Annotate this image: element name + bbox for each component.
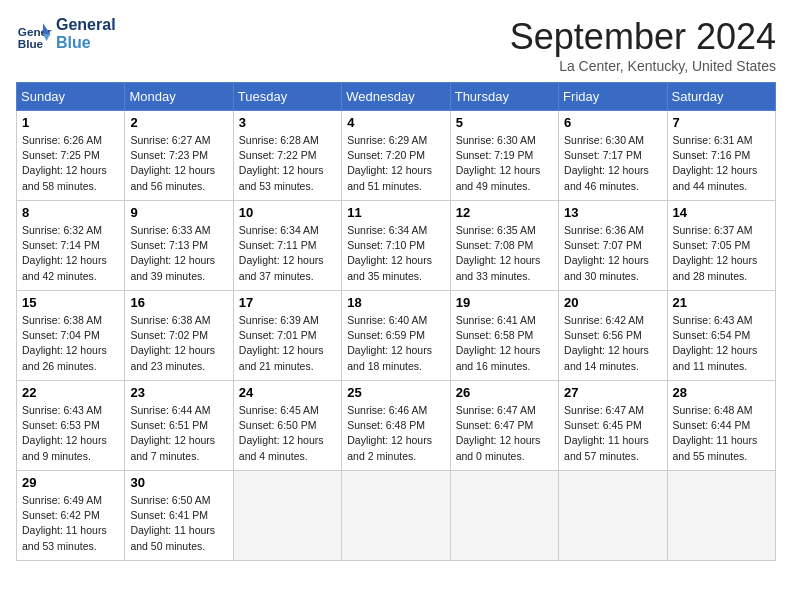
- day-info: Sunrise: 6:45 AM Sunset: 6:50 PM Dayligh…: [239, 403, 336, 464]
- day-info: Sunrise: 6:31 AM Sunset: 7:16 PM Dayligh…: [673, 133, 770, 194]
- day-number: 27: [564, 385, 661, 400]
- calendar-cell: 13Sunrise: 6:36 AM Sunset: 7:07 PM Dayli…: [559, 201, 667, 291]
- day-number: 11: [347, 205, 444, 220]
- calendar-cell: 1Sunrise: 6:26 AM Sunset: 7:25 PM Daylig…: [17, 111, 125, 201]
- day-number: 24: [239, 385, 336, 400]
- day-number: 14: [673, 205, 770, 220]
- calendar-cell: 9Sunrise: 6:33 AM Sunset: 7:13 PM Daylig…: [125, 201, 233, 291]
- weekday-header: Tuesday: [233, 83, 341, 111]
- calendar-cell: 7Sunrise: 6:31 AM Sunset: 7:16 PM Daylig…: [667, 111, 775, 201]
- day-info: Sunrise: 6:41 AM Sunset: 6:58 PM Dayligh…: [456, 313, 553, 374]
- weekday-header: Monday: [125, 83, 233, 111]
- title-block: September 2024 La Center, Kentucky, Unit…: [510, 16, 776, 74]
- day-info: Sunrise: 6:40 AM Sunset: 6:59 PM Dayligh…: [347, 313, 444, 374]
- day-number: 2: [130, 115, 227, 130]
- day-info: Sunrise: 6:27 AM Sunset: 7:23 PM Dayligh…: [130, 133, 227, 194]
- weekday-header: Saturday: [667, 83, 775, 111]
- day-number: 6: [564, 115, 661, 130]
- day-number: 29: [22, 475, 119, 490]
- calendar-cell: [667, 471, 775, 561]
- day-number: 9: [130, 205, 227, 220]
- calendar-cell: 3Sunrise: 6:28 AM Sunset: 7:22 PM Daylig…: [233, 111, 341, 201]
- calendar-cell: 18Sunrise: 6:40 AM Sunset: 6:59 PM Dayli…: [342, 291, 450, 381]
- logo: General Blue General Blue: [16, 16, 116, 52]
- logo-line1: General: [56, 16, 116, 34]
- day-info: Sunrise: 6:43 AM Sunset: 6:54 PM Dayligh…: [673, 313, 770, 374]
- day-number: 23: [130, 385, 227, 400]
- day-info: Sunrise: 6:38 AM Sunset: 7:02 PM Dayligh…: [130, 313, 227, 374]
- logo-icon: General Blue: [16, 16, 52, 52]
- day-number: 15: [22, 295, 119, 310]
- calendar-cell: [559, 471, 667, 561]
- day-number: 8: [22, 205, 119, 220]
- location: La Center, Kentucky, United States: [510, 58, 776, 74]
- day-info: Sunrise: 6:44 AM Sunset: 6:51 PM Dayligh…: [130, 403, 227, 464]
- day-info: Sunrise: 6:47 AM Sunset: 6:47 PM Dayligh…: [456, 403, 553, 464]
- week-row: 8Sunrise: 6:32 AM Sunset: 7:14 PM Daylig…: [17, 201, 776, 291]
- day-info: Sunrise: 6:50 AM Sunset: 6:41 PM Dayligh…: [130, 493, 227, 554]
- day-number: 19: [456, 295, 553, 310]
- day-number: 25: [347, 385, 444, 400]
- weekday-header-row: SundayMondayTuesdayWednesdayThursdayFrid…: [17, 83, 776, 111]
- calendar-table: SundayMondayTuesdayWednesdayThursdayFrid…: [16, 82, 776, 561]
- day-number: 21: [673, 295, 770, 310]
- calendar-cell: 21Sunrise: 6:43 AM Sunset: 6:54 PM Dayli…: [667, 291, 775, 381]
- calendar-cell: 16Sunrise: 6:38 AM Sunset: 7:02 PM Dayli…: [125, 291, 233, 381]
- calendar-cell: 10Sunrise: 6:34 AM Sunset: 7:11 PM Dayli…: [233, 201, 341, 291]
- day-number: 30: [130, 475, 227, 490]
- day-info: Sunrise: 6:38 AM Sunset: 7:04 PM Dayligh…: [22, 313, 119, 374]
- day-number: 13: [564, 205, 661, 220]
- calendar-cell: 27Sunrise: 6:47 AM Sunset: 6:45 PM Dayli…: [559, 381, 667, 471]
- calendar-cell: 19Sunrise: 6:41 AM Sunset: 6:58 PM Dayli…: [450, 291, 558, 381]
- day-info: Sunrise: 6:46 AM Sunset: 6:48 PM Dayligh…: [347, 403, 444, 464]
- day-number: 17: [239, 295, 336, 310]
- calendar-cell: 6Sunrise: 6:30 AM Sunset: 7:17 PM Daylig…: [559, 111, 667, 201]
- day-info: Sunrise: 6:42 AM Sunset: 6:56 PM Dayligh…: [564, 313, 661, 374]
- svg-text:Blue: Blue: [18, 37, 44, 50]
- weekday-header: Thursday: [450, 83, 558, 111]
- calendar-cell: 4Sunrise: 6:29 AM Sunset: 7:20 PM Daylig…: [342, 111, 450, 201]
- week-row: 1Sunrise: 6:26 AM Sunset: 7:25 PM Daylig…: [17, 111, 776, 201]
- day-info: Sunrise: 6:32 AM Sunset: 7:14 PM Dayligh…: [22, 223, 119, 284]
- week-row: 15Sunrise: 6:38 AM Sunset: 7:04 PM Dayli…: [17, 291, 776, 381]
- week-row: 29Sunrise: 6:49 AM Sunset: 6:42 PM Dayli…: [17, 471, 776, 561]
- day-info: Sunrise: 6:26 AM Sunset: 7:25 PM Dayligh…: [22, 133, 119, 194]
- day-info: Sunrise: 6:49 AM Sunset: 6:42 PM Dayligh…: [22, 493, 119, 554]
- day-number: 12: [456, 205, 553, 220]
- day-number: 18: [347, 295, 444, 310]
- day-info: Sunrise: 6:37 AM Sunset: 7:05 PM Dayligh…: [673, 223, 770, 284]
- day-number: 10: [239, 205, 336, 220]
- calendar-cell: 14Sunrise: 6:37 AM Sunset: 7:05 PM Dayli…: [667, 201, 775, 291]
- day-info: Sunrise: 6:30 AM Sunset: 7:19 PM Dayligh…: [456, 133, 553, 194]
- calendar-cell: 12Sunrise: 6:35 AM Sunset: 7:08 PM Dayli…: [450, 201, 558, 291]
- day-number: 28: [673, 385, 770, 400]
- day-number: 5: [456, 115, 553, 130]
- weekday-header: Wednesday: [342, 83, 450, 111]
- day-number: 4: [347, 115, 444, 130]
- day-number: 3: [239, 115, 336, 130]
- day-info: Sunrise: 6:39 AM Sunset: 7:01 PM Dayligh…: [239, 313, 336, 374]
- calendar-cell: 2Sunrise: 6:27 AM Sunset: 7:23 PM Daylig…: [125, 111, 233, 201]
- page-header: General Blue General Blue September 2024…: [16, 16, 776, 74]
- calendar-cell: 20Sunrise: 6:42 AM Sunset: 6:56 PM Dayli…: [559, 291, 667, 381]
- logo-line2: Blue: [56, 34, 116, 52]
- calendar-cell: 22Sunrise: 6:43 AM Sunset: 6:53 PM Dayli…: [17, 381, 125, 471]
- calendar-cell: [233, 471, 341, 561]
- day-number: 16: [130, 295, 227, 310]
- calendar-cell: 30Sunrise: 6:50 AM Sunset: 6:41 PM Dayli…: [125, 471, 233, 561]
- calendar-cell: 8Sunrise: 6:32 AM Sunset: 7:14 PM Daylig…: [17, 201, 125, 291]
- day-info: Sunrise: 6:34 AM Sunset: 7:11 PM Dayligh…: [239, 223, 336, 284]
- month-year: September 2024: [510, 16, 776, 58]
- calendar-cell: 25Sunrise: 6:46 AM Sunset: 6:48 PM Dayli…: [342, 381, 450, 471]
- calendar-cell: [342, 471, 450, 561]
- day-info: Sunrise: 6:35 AM Sunset: 7:08 PM Dayligh…: [456, 223, 553, 284]
- day-info: Sunrise: 6:28 AM Sunset: 7:22 PM Dayligh…: [239, 133, 336, 194]
- day-info: Sunrise: 6:30 AM Sunset: 7:17 PM Dayligh…: [564, 133, 661, 194]
- day-number: 22: [22, 385, 119, 400]
- day-info: Sunrise: 6:43 AM Sunset: 6:53 PM Dayligh…: [22, 403, 119, 464]
- calendar-cell: 15Sunrise: 6:38 AM Sunset: 7:04 PM Dayli…: [17, 291, 125, 381]
- day-number: 7: [673, 115, 770, 130]
- day-info: Sunrise: 6:33 AM Sunset: 7:13 PM Dayligh…: [130, 223, 227, 284]
- weekday-header: Sunday: [17, 83, 125, 111]
- day-number: 1: [22, 115, 119, 130]
